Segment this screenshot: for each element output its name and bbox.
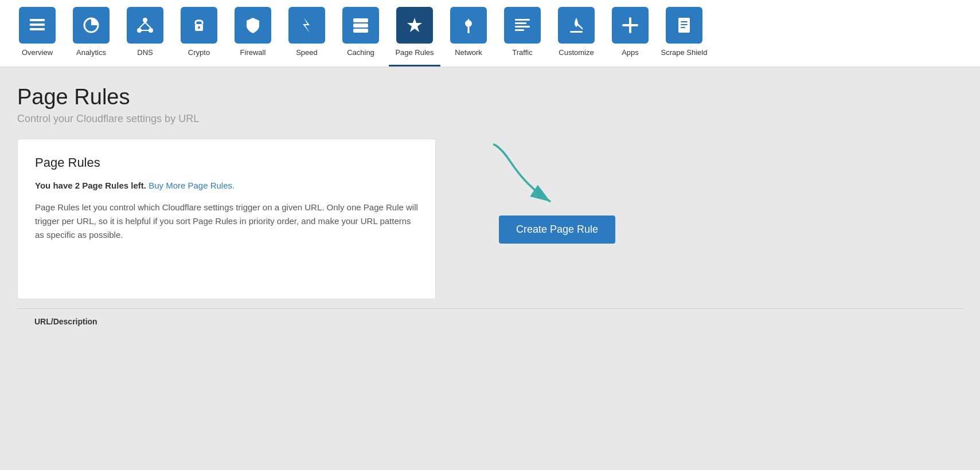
- main-content: Page Rules Control your Cloudflare setti…: [0, 68, 980, 334]
- svg-rect-14: [353, 23, 368, 28]
- nav-item-speed[interactable]: Speed: [281, 7, 333, 66]
- firewall-icon: [235, 7, 271, 44]
- svg-rect-22: [515, 29, 524, 31]
- nav-item-overview[interactable]: Overview: [11, 7, 63, 66]
- speed-icon: [288, 7, 325, 44]
- svg-rect-19: [515, 19, 530, 21]
- nav-label-analytics: Analytics: [76, 48, 106, 58]
- nav-label-overview: Overview: [22, 48, 53, 58]
- svg-point-17: [465, 20, 472, 27]
- nav-item-firewall[interactable]: Firewall: [227, 7, 279, 66]
- svg-rect-13: [353, 18, 368, 22]
- nav-item-crypto[interactable]: Crypto: [173, 7, 225, 66]
- nav-label-apps: Apps: [622, 48, 639, 58]
- nav-label-traffic: Traffic: [512, 48, 532, 58]
- nav-item-scrape-shield[interactable]: Scrape Shield: [658, 7, 710, 66]
- svg-rect-20: [515, 22, 526, 24]
- scrape-shield-icon: [666, 7, 702, 44]
- page-rules-icon: [396, 7, 433, 44]
- nav-label-scrape-shield: Scrape Shield: [661, 48, 708, 58]
- card-title: Page Rules: [35, 155, 418, 170]
- analytics-icon: [73, 7, 110, 44]
- create-page-rule-button[interactable]: Create Page Rule: [499, 216, 615, 244]
- page-subtitle: Control your Cloudflare settings by URL: [17, 113, 963, 125]
- nav-item-network[interactable]: Network: [443, 7, 494, 66]
- nav-item-caching[interactable]: Caching: [335, 7, 386, 66]
- svg-rect-1: [30, 23, 45, 26]
- nav-label-crypto: Crypto: [188, 48, 210, 58]
- nav-item-page-rules[interactable]: Page Rules: [389, 7, 440, 66]
- svg-point-4: [143, 18, 147, 22]
- page-rules-card: Page Rules You have 2 Page Rules left. B…: [17, 139, 436, 299]
- svg-rect-23: [570, 31, 583, 33]
- nav-item-analytics[interactable]: Analytics: [65, 7, 117, 66]
- content-layout: Page Rules You have 2 Page Rules left. B…: [17, 139, 963, 299]
- card-description: Page Rules let you control which Cloudfl…: [35, 201, 418, 242]
- svg-rect-0: [30, 19, 45, 21]
- nav-item-apps[interactable]: Apps: [604, 7, 656, 66]
- table-header: URL/Description: [17, 308, 963, 334]
- rules-left-text: You have 2 Page Rules left. Buy More Pag…: [35, 181, 418, 190]
- network-icon: [450, 7, 487, 44]
- svg-point-11: [198, 26, 200, 29]
- traffic-icon: [504, 7, 541, 44]
- svg-marker-16: [407, 18, 422, 32]
- nav-label-page-rules: Page Rules: [395, 48, 434, 58]
- nav-item-traffic[interactable]: Traffic: [497, 7, 548, 66]
- caching-icon: [342, 7, 379, 44]
- url-description-column: URL/Description: [34, 317, 97, 326]
- svg-rect-28: [681, 24, 688, 25]
- right-side: Create Page Rule: [436, 139, 637, 253]
- svg-point-18: [467, 31, 470, 33]
- svg-rect-29: [681, 27, 685, 28]
- nav-label-customize: Customize: [559, 48, 594, 58]
- dns-icon: [127, 7, 163, 44]
- svg-rect-2: [30, 28, 45, 30]
- page-title: Page Rules: [17, 85, 963, 109]
- customize-icon: [558, 7, 595, 44]
- nav-bar: Overview Analytics DNS: [0, 0, 980, 68]
- arrow-indicator: [487, 139, 579, 216]
- svg-marker-12: [303, 18, 310, 33]
- buy-more-link[interactable]: Buy More Page Rules.: [149, 181, 235, 190]
- svg-rect-21: [515, 26, 530, 28]
- nav-label-speed: Speed: [296, 48, 318, 58]
- overview-icon: [19, 7, 56, 44]
- nav-label-network: Network: [455, 48, 482, 58]
- svg-rect-27: [681, 21, 688, 22]
- rules-left-label: You have 2 Page Rules left.: [35, 181, 146, 190]
- svg-line-7: [139, 22, 145, 28]
- nav-label-caching: Caching: [347, 48, 374, 58]
- nav-item-customize[interactable]: Customize: [550, 7, 602, 66]
- nav-label-firewall: Firewall: [240, 48, 266, 58]
- svg-rect-15: [353, 29, 368, 33]
- crypto-icon: [181, 7, 217, 44]
- nav-item-dns[interactable]: DNS: [119, 7, 171, 66]
- nav-label-dns: DNS: [137, 48, 153, 58]
- apps-icon: [612, 7, 649, 44]
- svg-line-8: [145, 22, 151, 28]
